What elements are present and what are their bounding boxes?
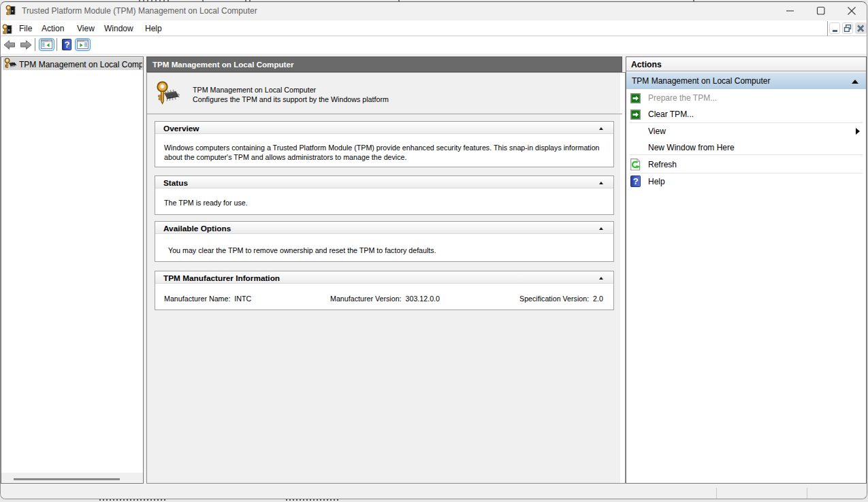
svg-text:?: ? — [65, 39, 70, 50]
svg-text:?: ? — [633, 176, 639, 186]
